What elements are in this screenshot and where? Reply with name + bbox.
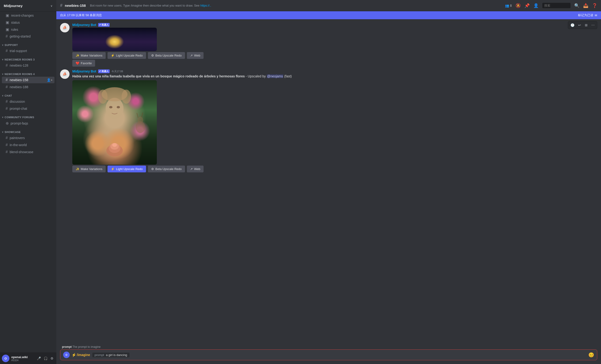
sidebar-item-recent-changes[interactable]: ▣ recent-changes [2, 12, 54, 19]
command-param-label: prompt [95, 353, 104, 357]
deafen-button[interactable]: 🎧 [43, 355, 49, 361]
make-variations-button-main[interactable]: ✨ Make Variations [72, 166, 106, 172]
command-text: /imagine [77, 353, 90, 357]
chat-input-wrapper: O ⚡ /imagine prompt a girl is dancing 😊 [60, 349, 597, 360]
mention-neojams: @neojams [267, 74, 283, 78]
sidebar-item-getting-started[interactable]: # getting-started [2, 33, 54, 40]
members-panel-icon[interactable]: 👤 [533, 3, 539, 8]
sidebar-item-in-the-world[interactable]: # in-the-world [2, 142, 54, 148]
btn-label: Web [194, 54, 200, 57]
pin-icon[interactable]: 📌 [524, 3, 530, 8]
server-dropdown-icon: ∨ [50, 4, 53, 8]
hash-icon: # [6, 143, 8, 147]
mute-button[interactable]: 🎤 [36, 355, 42, 361]
username: openai.wiki [11, 355, 36, 359]
heart-icon: ❤️ [76, 61, 79, 65]
category-chat[interactable]: ∨ CHAT [0, 91, 56, 98]
sparkle-icon: ✨ [76, 54, 79, 57]
bell-muted-icon[interactable]: 🔕 [516, 3, 521, 8]
hair-svg [96, 87, 133, 106]
search-input[interactable] [542, 3, 571, 8]
server-name: Midjourney [4, 4, 22, 8]
member-count: 8 [510, 4, 512, 8]
svg-text:O: O [4, 357, 7, 360]
sidebar-item-newbies-128[interactable]: # newbies-128 [2, 62, 54, 69]
svg-line-9 [141, 113, 143, 117]
category-community-forums[interactable]: ∨ COMMUNITY FORUMS [0, 112, 56, 120]
message-text-main: Había una vez una niña llamada Isabella … [72, 74, 597, 79]
sidebar-item-prompt-chat[interactable]: # prompt-chat [2, 105, 54, 112]
input-hint: prompt The prompt to imagine [60, 345, 597, 348]
sparkle-icon: ✨ [76, 167, 79, 171]
category-label: SUPPORT [5, 44, 18, 47]
server-header[interactable]: Midjourney ∨ [0, 0, 56, 12]
sidebar-item-trial-support[interactable]: # trial-support [2, 48, 54, 54]
hash-icon: # [6, 85, 8, 89]
sidebar-item-discussion[interactable]: # discussion [2, 98, 54, 105]
user-discriminator: #5324 [11, 359, 36, 362]
beta-icon: ⚙ [151, 54, 154, 57]
svg-point-13 [112, 143, 117, 147]
sidebar: Midjourney ∨ ▣ recent-changes ▣ status ▣… [0, 0, 56, 364]
svg-line-8 [137, 113, 138, 118]
chat-area: ⛵ Midjourney Bot ✔ 机器人 ✨ Make Variations [56, 19, 601, 343]
message-content-partial: Midjourney Bot ✔ 机器人 ✨ Make Variations ⚡… [72, 23, 597, 67]
add-reaction-button[interactable]: 🕐 [569, 22, 576, 28]
make-variations-button-top[interactable]: ✨ Make Variations [72, 52, 106, 59]
search-icon[interactable]: 🔍 [574, 3, 579, 8]
lightning-icon: ⚡ [72, 353, 76, 357]
category-label: CHAT [5, 94, 12, 97]
sidebar-item-status[interactable]: ▣ status [2, 19, 54, 26]
category-newcomer-rooms-3[interactable]: ∨ NEWCOMER ROOMS 3 [0, 54, 56, 62]
sidebar-item-blend-showcase[interactable]: # blend-showcase [2, 149, 54, 155]
beta-upscale-redo-button-main[interactable]: ⚙ Beta Upscale Redo [148, 166, 185, 172]
channel-header-link[interactable]: https://.. [200, 4, 211, 7]
btn-label: Make Variations [81, 54, 102, 57]
light-upscale-redo-button-main[interactable]: ⚡ Light Upscale Redo [108, 166, 146, 172]
command-input-box[interactable]: prompt a girl is dancing [92, 352, 130, 358]
envelope-icon: ✉ [595, 14, 597, 17]
bot-badge: ✔ 机器人 [98, 23, 110, 27]
hash-icon: # [6, 106, 8, 111]
sidebar-item-newbies-188[interactable]: # newbies-188 [2, 84, 54, 90]
avatar: O [2, 354, 9, 362]
sidebar-item-paintovers[interactable]: # paintovers [2, 135, 54, 141]
svg-point-16 [117, 106, 120, 108]
category-support[interactable]: ∨ SUPPORT [0, 40, 56, 47]
light-upscale-redo-button-top[interactable]: ⚡ Light Upscale Redo [108, 52, 146, 59]
upscale-icon: ⚡ [111, 167, 115, 171]
hash-icon: # [6, 63, 8, 67]
sidebar-item-prompt-faqs[interactable]: ⊕ prompt-faqs [2, 120, 54, 127]
main-action-buttons: ✨ Make Variations ⚡ Light Upscale Redo ⚙… [72, 166, 597, 172]
category-arrow-icon: ∨ [2, 95, 4, 97]
sidebar-item-rules[interactable]: ▣ rules [2, 26, 54, 33]
svg-point-15 [109, 106, 112, 108]
help-icon[interactable]: ❓ [592, 3, 597, 8]
mark-read-button[interactable]: 标记为已读 ✉ [578, 13, 597, 17]
input-hint-text: The prompt to imagine [72, 345, 100, 348]
upscale-icon: ⚡ [111, 54, 115, 57]
svg-point-18 [98, 90, 108, 104]
category-arrow-icon: ∨ [2, 116, 4, 118]
category-newcomer-rooms-4[interactable]: ∨ NEWCOMER ROOMS 4 [0, 69, 56, 77]
inbox-icon[interactable]: 📥 [583, 3, 588, 8]
category-arrow-icon: ∨ [2, 73, 4, 75]
category-showcase[interactable]: ∨ SHOWCASE [0, 127, 56, 134]
settings-button[interactable]: ⚙ [50, 355, 54, 361]
favorite-button[interactable]: ❤️ Favorite [72, 60, 95, 67]
web-button-main[interactable]: ↗ Web [187, 166, 204, 172]
emoji-picker-button[interactable]: 😊 [588, 352, 594, 358]
svg-point-7 [138, 116, 143, 124]
web-button-top[interactable]: ↗ Web [187, 52, 204, 59]
reply-button[interactable]: ↩ [577, 22, 582, 28]
sidebar-item-newbies-158[interactable]: # newbies-158 👤+ [2, 77, 54, 83]
mark-read-label: 标记为已读 [578, 13, 593, 17]
message-author: Midjourney Bot [72, 23, 96, 27]
category-label: COMMUNITY FORUMS [5, 116, 34, 119]
category-arrow-icon: ∨ [2, 58, 4, 61]
beta-upscale-redo-button-top[interactable]: ⚙ Beta Upscale Redo [148, 52, 185, 59]
adjust-button[interactable]: ⊞ [583, 22, 589, 28]
message-content-main: Midjourney Bot ✔ 机器人 今天17:08 Había una v… [72, 69, 597, 172]
more-options-button[interactable]: ⋯ [590, 22, 596, 28]
category-arrow-icon: ∨ [2, 44, 4, 46]
